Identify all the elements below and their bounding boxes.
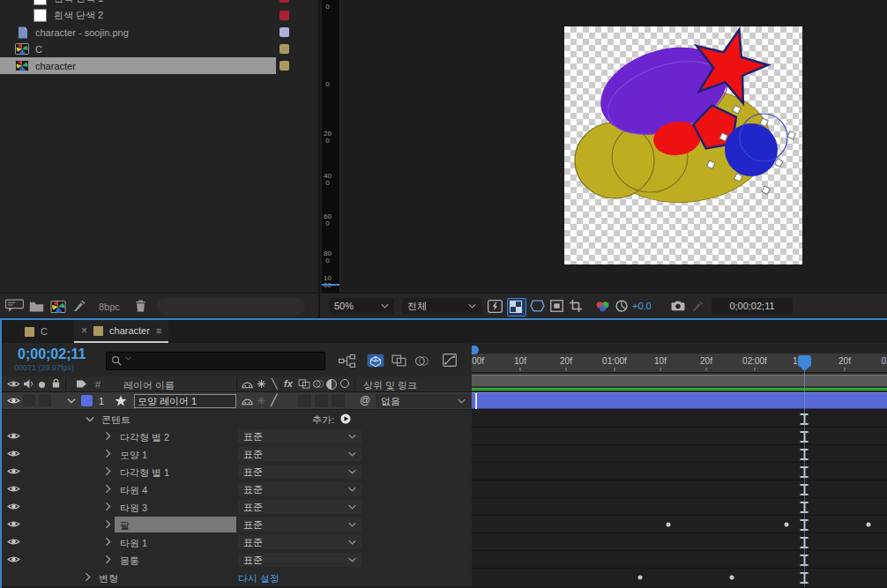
blend-mode-dropdown[interactable]: 표준	[238, 465, 362, 479]
property-row[interactable]: 타원 3 표준	[2, 498, 472, 516]
layer-number-header[interactable]: #	[95, 379, 101, 390]
transform-label[interactable]: 변형	[99, 572, 118, 585]
property-eye-icon[interactable]	[7, 484, 20, 494]
layer-name-header[interactable]: 레이어 이름	[123, 379, 175, 392]
contents-label[interactable]: 콘텐트	[101, 413, 130, 427]
fast-preview-icon[interactable]	[488, 300, 503, 313]
contents-group-row[interactable]: 콘텐트 추가:	[2, 410, 472, 428]
graph-editor-icon[interactable]	[443, 354, 457, 367]
motion-blur-icon[interactable]	[414, 355, 429, 367]
expand-chevron-down-icon[interactable]	[67, 398, 76, 404]
blend-mode-dropdown[interactable]: 표준	[238, 447, 362, 461]
blend-mode-dropdown[interactable]: 표준	[238, 482, 362, 496]
blend-mode-dropdown[interactable]: 표준	[238, 517, 362, 532]
property-eye-icon[interactable]	[7, 555, 20, 564]
chevron-right-icon[interactable]	[105, 537, 111, 547]
exposure-icon[interactable]	[615, 300, 628, 312]
chevron-right-icon[interactable]	[105, 466, 111, 476]
shy-switch-icon[interactable]	[242, 397, 253, 406]
property-name[interactable]: 몸통	[120, 555, 139, 568]
blend-mode-dropdown[interactable]: 표준	[238, 535, 362, 549]
property-name[interactable]: 타원 3	[120, 502, 147, 515]
label-color-chip[interactable]	[280, 44, 289, 54]
trash-icon[interactable]	[135, 300, 146, 312]
rgb-channels-icon[interactable]	[595, 301, 610, 312]
label-color-chip[interactable]	[280, 0, 289, 3]
layer-row[interactable]: 1 ╱ @ 없음	[2, 392, 472, 410]
parent-pickwhip-icon[interactable]: @	[360, 394, 370, 406]
chevron-right-icon[interactable]	[85, 572, 91, 582]
property-eye-icon[interactable]	[7, 502, 20, 511]
property-name[interactable]: 다각형 별 1	[120, 466, 169, 480]
chevron-right-icon[interactable]	[105, 449, 111, 458]
parent-link-header[interactable]: 상위 및 링크	[363, 379, 417, 392]
quality-switch-icon[interactable]: ╱	[271, 394, 277, 406]
chevron-right-icon[interactable]	[105, 431, 111, 441]
keyframe-dot[interactable]	[638, 576, 643, 580]
blend-mode-dropdown[interactable]: 표준	[238, 553, 362, 567]
keyframe-dot[interactable]	[730, 576, 734, 580]
chevron-right-icon[interactable]	[105, 519, 111, 529]
property-row[interactable]: 다각형 별 1 표준	[2, 463, 472, 480]
property-eye-icon[interactable]	[7, 431, 20, 441]
property-name[interactable]: 다각형 별 2	[120, 431, 169, 444]
keyframe-dot[interactable]	[867, 523, 871, 527]
group-chevron-down-icon[interactable]	[86, 416, 94, 422]
keyframe-dot[interactable]	[667, 523, 671, 527]
tab-comp-character[interactable]: × character ≡	[74, 320, 168, 343]
viewer-timecode[interactable]: 0;00;02;11	[712, 298, 793, 314]
adjustment-layer-icon[interactable]	[326, 379, 337, 390]
zoom-dropdown[interactable]: 50%	[329, 298, 394, 314]
label-color-chip[interactable]	[280, 27, 289, 37]
frame-blend-col-icon[interactable]	[298, 379, 310, 389]
layer-in-point[interactable]	[475, 393, 477, 409]
chevron-right-icon[interactable]	[105, 555, 111, 564]
label-tag-icon[interactable]	[76, 379, 87, 389]
layer-duration-bar[interactable]	[472, 392, 887, 409]
switch-cell[interactable]	[315, 394, 328, 407]
property-eye-icon[interactable]	[7, 537, 20, 547]
comp-mini-flowchart-icon[interactable]	[339, 354, 355, 368]
chevron-right-icon[interactable]	[105, 484, 111, 494]
solo-icon[interactable]	[39, 382, 45, 388]
exposure-value[interactable]: +0.0	[632, 301, 652, 311]
layer-label-color[interactable]	[81, 395, 93, 406]
project-item-row[interactable]: C	[0, 41, 318, 57]
region-of-interest-icon[interactable]	[550, 300, 563, 312]
switch-cell[interactable]	[23, 394, 35, 406]
label-color-chip[interactable]	[280, 11, 289, 20]
crop-icon[interactable]	[570, 300, 582, 312]
property-name[interactable]: 팔	[120, 519, 130, 532]
property-eye-icon[interactable]	[7, 449, 20, 458]
work-area-bar[interactable]	[472, 375, 887, 386]
parent-dropdown[interactable]: 없음	[376, 394, 471, 408]
property-row-selected[interactable]: 팔 표준	[2, 516, 472, 533]
transparency-grid-button[interactable]	[507, 298, 526, 316]
blend-mode-dropdown[interactable]: 표준	[238, 429, 362, 443]
tab-comp-c[interactable]: C	[18, 320, 55, 343]
blend-mode-dropdown[interactable]: 표준	[238, 500, 362, 514]
property-name[interactable]: 타원 4	[120, 484, 147, 497]
close-icon[interactable]: ×	[81, 324, 87, 337]
bit-depth-label[interactable]: 8bpc	[99, 301, 120, 312]
property-eye-icon[interactable]	[7, 519, 20, 529]
audio-speaker-icon[interactable]	[23, 379, 34, 389]
property-row[interactable]: 타원 4 표준	[2, 480, 472, 498]
frame-blending-icon[interactable]	[391, 354, 406, 367]
fx-icon[interactable]: fx	[284, 378, 293, 389]
lock-icon[interactable]	[51, 378, 61, 389]
property-row[interactable]: 다각형 별 2 표준	[2, 428, 472, 445]
keyframe-dot[interactable]	[785, 523, 789, 527]
label-color-chip[interactable]	[280, 61, 289, 71]
switch-cell[interactable]	[332, 394, 345, 407]
property-row[interactable]: 모양 1 표준	[2, 445, 472, 463]
interpret-footage-icon[interactable]	[5, 299, 24, 313]
draft-3d-icon[interactable]	[367, 354, 384, 368]
panel-menu-icon[interactable]: ≡	[156, 325, 161, 336]
snapshot-camera-icon[interactable]	[671, 301, 685, 311]
project-item-row[interactable]: 흰색 단색 2	[0, 7, 318, 24]
render-brush-icon[interactable]	[73, 300, 86, 312]
layer-visibility-eye-icon[interactable]	[7, 396, 20, 406]
property-row[interactable]: 타원 1 표준	[2, 533, 472, 551]
new-folder-icon[interactable]	[29, 301, 44, 312]
